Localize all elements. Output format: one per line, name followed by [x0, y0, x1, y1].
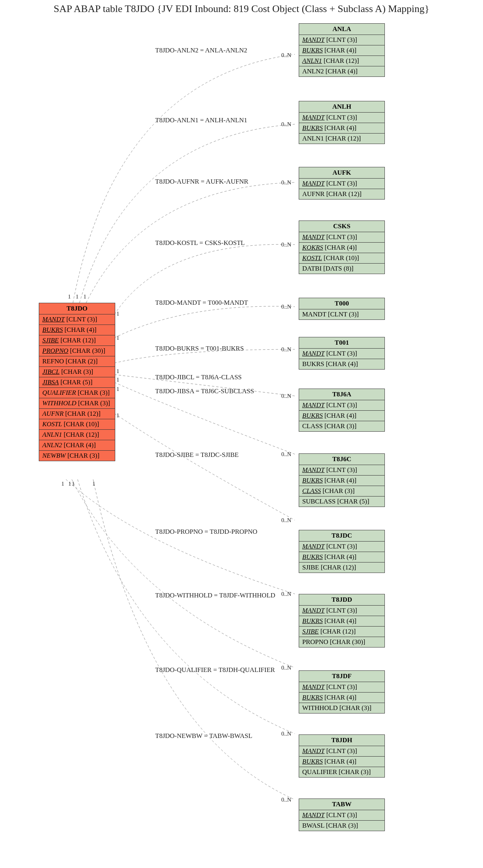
entity-header: AUFK [299, 167, 384, 179]
cardinality: 0..N [281, 346, 291, 353]
relationship-label: T8JDO-WITHHOLD = T8JDF-WITHHOLD [155, 592, 275, 599]
field-row: AUFNR [CHAR (12)] [299, 189, 384, 199]
relationship-label: T8JDO-NEWBW = TABW-BWASL [155, 732, 252, 740]
entity-t8jdo: T8JDO MANDT [CLNT (3)]BUKRS [CHAR (4)]SJ… [39, 303, 115, 461]
field-row: PROPNO [CHAR (30)] [299, 637, 384, 647]
cardinality: 0..N [281, 797, 291, 803]
field-row: BUKRS [CHAR (4)] [299, 476, 384, 486]
card-1: 1 [76, 293, 79, 300]
field-row: MANDT [CLNT (3)] [39, 314, 115, 325]
entity-t001: T001MANDT [CLNT (3)]BUKRS [CHAR (4)] [299, 337, 385, 370]
cardinality: 0..N [281, 731, 291, 737]
entity-header: T8J6C [299, 454, 384, 465]
relationship-label: T8JDO-PROPNO = T8JDD-PROPNO [155, 528, 257, 536]
entity-tabw: TABWMANDT [CLNT (3)]BWASL [CHAR (3)] [299, 799, 385, 831]
field-row: KOSTL [CHAR (10)] [299, 253, 384, 264]
entity-aufk: AUFKMANDT [CLNT (3)]AUFNR [CHAR (12)] [299, 167, 385, 200]
field-row: SUBCLASS [CHAR (5)] [299, 496, 384, 507]
field-row: MANDT [CLNT (3)] [299, 682, 384, 693]
entity-t8j6a: T8J6AMANDT [CLNT (3)]BUKRS [CHAR (4)]CLA… [299, 389, 385, 432]
cardinality: 0..N [281, 517, 291, 524]
relationship-label: T8JDO-SJIBE = T8JDC-SJIBE [155, 451, 239, 459]
field-row: MANDT [CLNT (3)] [299, 113, 384, 123]
entity-header: T8JDC [299, 530, 384, 542]
cardinality: 0..N [281, 304, 291, 310]
field-row: BWASL [CHAR (3)] [299, 821, 384, 831]
entity-header: T8JDH [299, 735, 384, 746]
entity-csks: CSKSMANDT [CLNT (3)]KOKRS [CHAR (4)]KOST… [299, 220, 385, 274]
cardinality: 0..N [281, 52, 291, 59]
entity-header: T001 [299, 337, 384, 349]
field-row: WITHHOLD [CHAR (3)] [39, 398, 115, 409]
cardinality: 0..N [281, 393, 291, 399]
card-1: 1 [68, 293, 71, 300]
relationship-label: T8JDO-KOSTL = CSKS-KOSTL [155, 239, 245, 247]
field-row: ANLN1 [CHAR (12)] [39, 430, 115, 440]
field-row: BUKRS [CHAR (4)] [299, 616, 384, 627]
field-row: KOKRS [CHAR (4)] [299, 243, 384, 253]
field-row: BUKRS [CHAR (4)] [299, 757, 384, 767]
field-row: MANDT [CLNT (3)] [299, 232, 384, 243]
cardinality: 0..N [281, 179, 291, 186]
field-row: NEWBW [CHAR (3)] [39, 451, 115, 461]
field-row: MANDT [CLNT (3)] [299, 35, 384, 45]
card-1: 1 [116, 377, 119, 383]
field-row: ANLN1 [CHAR (12)] [299, 134, 384, 144]
relationship-label: T8JDO-ANLN2 = ANLA-ANLN2 [155, 47, 247, 54]
field-row: MANDT [CLNT (3)] [299, 309, 384, 319]
field-row: MANDT [CLNT (3)] [299, 542, 384, 552]
field-row: MANDT [CLNT (3)] [299, 400, 384, 411]
field-row: KOSTL [CHAR (10)] [39, 419, 115, 430]
relationship-label: T8JDO-QUALIFIER = T8JDH-QUALIFIER [155, 666, 275, 674]
field-row: BUKRS [CHAR (4)] [299, 359, 384, 369]
entity-t8jdf: T8JDFMANDT [CLNT (3)]BUKRS [CHAR (4)]WIT… [299, 670, 385, 713]
field-row: MANDT [CLNT (3)] [299, 746, 384, 757]
field-row: MANDT [CLNT (3)] [299, 349, 384, 359]
field-row: MANDT [CLNT (3)] [299, 810, 384, 821]
field-row: DATBI [DATS (8)] [299, 264, 384, 274]
entity-header: T8JDD [299, 594, 384, 606]
relationship-label: T8JDO-ANLN1 = ANLH-ANLN1 [155, 116, 247, 124]
field-row: AUFNR [CHAR (12)] [39, 409, 115, 419]
entity-anla: ANLAMANDT [CLNT (3)]BUKRS [CHAR (4)]ANLN… [299, 23, 385, 77]
card-1: 1 [72, 481, 75, 487]
card-1: 1 [116, 412, 119, 419]
entity-t8jdc: T8JDCMANDT [CLNT (3)]BUKRS [CHAR (4)]SJI… [299, 530, 385, 573]
cardinality: 0..N [281, 121, 291, 128]
cardinality: 0..N [281, 241, 291, 248]
entity-header: ANLH [299, 101, 384, 113]
field-row: QUALIFIER [CHAR (3)] [39, 388, 115, 398]
entity-header: T8J6A [299, 389, 384, 400]
field-row: MANDT [CLNT (3)] [299, 465, 384, 476]
field-row: BUKRS [CHAR (4)] [39, 325, 115, 335]
field-row: WITHHOLD [CHAR (3)] [299, 703, 384, 713]
field-row: BUKRS [CHAR (4)] [299, 123, 384, 134]
entity-header: ANLA [299, 24, 384, 35]
field-row: REFNO [CHAR (2)] [39, 356, 115, 367]
entity-header: T8JDO [39, 303, 115, 314]
relationship-label: T8JDO-BUKRS = T001-BUKRS [155, 345, 244, 352]
relationship-label: T8JDO-JIBSA = T8J6C-SUBCLASS [155, 387, 254, 395]
entity-header: T8JDF [299, 671, 384, 682]
field-row: BUKRS [CHAR (4)] [299, 45, 384, 56]
field-row: ANLN2 [CHAR (4)] [39, 440, 115, 451]
field-row: ANLN2 [CHAR (4)] [299, 66, 384, 76]
entity-header: TABW [299, 799, 384, 810]
cardinality: 0..N [281, 665, 291, 671]
card-1: 1 [61, 481, 64, 487]
entity-t000: T000MANDT [CLNT (3)] [299, 298, 385, 320]
card-1: 1 [68, 481, 71, 487]
entity-t8jdh: T8JDHMANDT [CLNT (3)]BUKRS [CHAR (4)]QUA… [299, 734, 385, 778]
field-row: SJIBE [CHAR (12)] [299, 562, 384, 573]
entity-t8j6c: T8J6CMANDT [CLNT (3)]BUKRS [CHAR (4)]CLA… [299, 453, 385, 507]
entity-header: T000 [299, 298, 384, 309]
relationship-label: T8JDO-JIBCL = T8J6A-CLASS [155, 373, 242, 381]
card-1: 1 [116, 386, 119, 392]
card-1: 1 [116, 368, 119, 375]
field-row: MANDT [CLNT (3)] [299, 179, 384, 189]
cardinality: 0..N [281, 591, 291, 597]
card-1: 1 [116, 335, 119, 341]
card-1: 1 [83, 293, 87, 300]
field-row: ANLN1 [CHAR (12)] [299, 56, 384, 66]
field-row: BUKRS [CHAR (4)] [299, 552, 384, 562]
